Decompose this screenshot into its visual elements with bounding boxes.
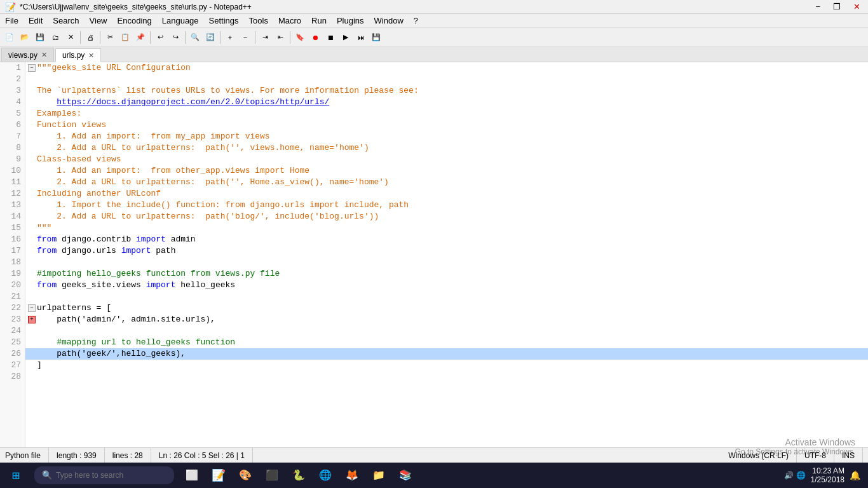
code-token: path('admin/', admin.site.urls), (57, 314, 215, 325)
code-line: from geeks_site.views import hello_geeks (25, 280, 868, 291)
menu-file[interactable]: File (0, 14, 24, 27)
close-button[interactable]: ✕ (851, 2, 863, 11)
code-line: Class-based views (25, 154, 868, 165)
maximize-button[interactable]: ❐ (831, 2, 843, 11)
status-position: Ln : 26 Col : 5 Sel : 26 | 1 (151, 448, 253, 463)
pycharm-icon[interactable]: 🐍 (287, 464, 310, 487)
new-button[interactable]: 📄 (3, 30, 17, 44)
files-icon[interactable]: 📁 (367, 464, 390, 487)
pycharm-logo-icon: 🐍 (292, 469, 305, 482)
bookmark-button[interactable]: 🔖 (293, 30, 307, 44)
open-button[interactable]: 📂 (18, 30, 32, 44)
code-line (25, 257, 868, 268)
menu-view[interactable]: View (85, 14, 112, 27)
line-number: 8 (0, 142, 25, 154)
copy-button[interactable]: 📋 (118, 30, 132, 44)
code-line: 2. Add a URL to urlpatterns: path('', Ho… (25, 177, 868, 188)
fold-icon[interactable]: − (28, 64, 36, 72)
colorful-icon[interactable]: 🎨 (234, 464, 257, 487)
code-token: https://docs.djangoproject.com/en/2.0/to… (57, 97, 329, 108)
notification-icon[interactable]: 🔔 (850, 470, 860, 480)
code-token: The `urlpatterns` list routes URLs to vi… (37, 85, 419, 97)
toolbar-sep-2 (100, 31, 100, 44)
indent-space (37, 314, 57, 325)
code-line (25, 291, 868, 302)
menu-edit[interactable]: Edit (24, 14, 48, 27)
undo-button[interactable]: ↩ (153, 30, 167, 44)
stop-record-button[interactable]: ⏹ (323, 30, 337, 44)
toolbar-sep-3 (150, 31, 151, 44)
menu-window[interactable]: Window (369, 14, 409, 27)
indent-button[interactable]: ⇥ (258, 30, 272, 44)
line-number: 12 (0, 188, 25, 200)
extra-icon[interactable]: 📚 (394, 464, 417, 487)
notepad-taskbar-icon[interactable]: 📝 (207, 464, 230, 487)
line-number: 25 (0, 337, 25, 348)
code-line: 1. Add an import: from my_app import vie… (25, 131, 868, 142)
taskbar-search-input[interactable] (56, 471, 158, 480)
line-number: 22 (0, 302, 25, 314)
run-macro-button[interactable]: ⏭ (354, 30, 368, 44)
redo-button[interactable]: ↪ (168, 30, 182, 44)
print-button[interactable]: 🖨 (83, 30, 97, 44)
tab-views-py[interactable]: views.py ✕ (1, 48, 54, 62)
zoom-out-button[interactable]: − (238, 30, 252, 44)
line-number: 15 (0, 222, 25, 234)
menu-search[interactable]: Search (48, 14, 84, 27)
code-token: path('geek/',hello_geeks), (57, 348, 186, 360)
cut-button[interactable]: ✂ (103, 30, 117, 44)
zoom-in-button[interactable]: + (223, 30, 237, 44)
app-icon: 📝 (5, 2, 16, 12)
save-all-button[interactable]: 🗂 (48, 30, 62, 44)
tab-close-urls[interactable]: ✕ (88, 51, 94, 60)
replace-button[interactable]: 🔄 (203, 30, 217, 44)
unindent-button[interactable]: ⇤ (273, 30, 287, 44)
cmd-icon[interactable]: ⬛ (261, 464, 283, 487)
start-button[interactable]: ⊞ (0, 463, 32, 488)
paste-button[interactable]: 📌 (133, 30, 147, 44)
save-macro-button[interactable]: 💾 (369, 30, 383, 44)
status-encoding: UTF-8 (797, 448, 834, 463)
taskbar-search[interactable]: 🔍 (34, 466, 174, 484)
toolbar-sep-5 (220, 31, 220, 44)
code-line: path('geek/',hello_geeks), (25, 348, 868, 360)
save-button[interactable]: 💾 (33, 30, 47, 44)
code-token: """geeks_site URL Configuration (37, 62, 191, 74)
minimize-button[interactable]: − (813, 2, 823, 11)
code-line: The `urlpatterns` list routes URLs to vi… (25, 85, 868, 97)
menu-plugins[interactable]: Plugins (332, 14, 369, 27)
code-token: #mapping url to hello_geeks function (57, 337, 235, 348)
chrome-icon[interactable]: 🌐 (314, 464, 337, 487)
play-macro-button[interactable]: ▶ (339, 30, 353, 44)
taskview-icon: ⬜ (186, 469, 198, 482)
code-token: 2. Add a URL to urlpatterns: path('blog/… (57, 211, 379, 222)
status-insertmode: INS (834, 448, 863, 463)
code-token: Including another URLconf (37, 188, 161, 200)
record-button[interactable]: ⏺ (308, 30, 322, 44)
code-token: 1. Add an import: from other_app.views i… (57, 165, 309, 177)
code-line: −"""geeks_site URL Configuration (25, 62, 868, 74)
firefox-icon[interactable]: 🦊 (341, 464, 363, 487)
fold-icon[interactable]: − (28, 304, 36, 312)
line-number: 16 (0, 234, 25, 245)
code-area[interactable]: −"""geeks_site URL ConfigurationThe `url… (25, 62, 868, 447)
menu-settings[interactable]: Settings (204, 14, 244, 27)
code-token: django.contrib (57, 234, 136, 245)
menu-run[interactable]: Run (306, 14, 332, 27)
indent-space (37, 200, 57, 211)
menu-help[interactable]: ? (409, 14, 423, 27)
close-button-tb[interactable]: ✕ (64, 30, 78, 44)
taskbar-icons: ⬜ 📝 🎨 ⬛ 🐍 🌐 🦊 📁 📚 (180, 464, 417, 487)
find-button[interactable]: 🔍 (188, 30, 202, 44)
menu-language[interactable]: Language (157, 14, 204, 27)
code-token: import (136, 234, 166, 245)
firefox-logo-icon: 🦊 (346, 469, 358, 482)
menu-tools[interactable]: Tools (244, 14, 273, 27)
taskview-button[interactable]: ⬜ (180, 464, 203, 487)
menu-encoding[interactable]: Encoding (112, 14, 157, 27)
line-number: 6 (0, 119, 25, 131)
fold-collapsed-icon[interactable]: + (28, 316, 36, 323)
tab-urls-py[interactable]: urls.py ✕ (55, 48, 101, 62)
tab-close-views[interactable]: ✕ (41, 51, 47, 59)
menu-macro[interactable]: Macro (273, 14, 306, 27)
